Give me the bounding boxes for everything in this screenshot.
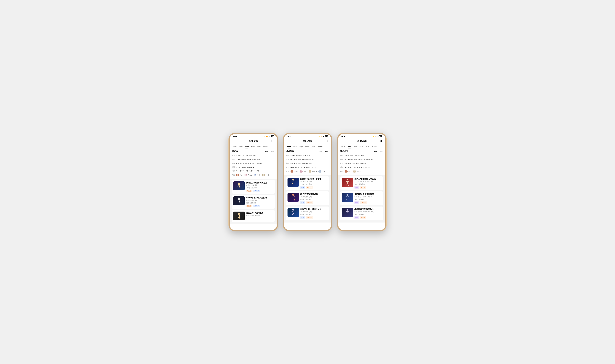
course-card[interactable]: 30分钟中级法特莱克变速30分钟·中级·减脂皓皓 · 跑步课程变速跑247千卡 <box>232 195 275 209</box>
trainer-Vivian[interactable]: Vivian <box>290 170 298 173</box>
filter-tag-臀部...[interactable]: 臀部... <box>309 162 313 165</box>
course-card[interactable]: 激活全身·零基础入门瑜伽30分钟·零基础·身体线条塑造倩倩 · 瑜伽课程瑜伽80… <box>340 176 383 190</box>
trainer-Suki[interactable]: Suki <box>262 173 269 177</box>
trainer-倩倩[interactable]: 倩倩 <box>345 170 352 173</box>
filter-tag-塑形[interactable]: 塑形 <box>294 158 297 161</box>
category-tab-快走[interactable]: 快走 <box>304 144 310 149</box>
category-tab-单车[interactable]: 单车 <box>364 144 371 149</box>
filter-tag-初级[interactable]: 初级 <box>241 154 244 157</box>
filter-tag-晚间放松助眠[interactable]: 晚间放松助眠 <box>354 158 363 161</box>
trainer-Emma[interactable]: Emma <box>308 170 317 173</box>
filter-tag-20分钟[interactable]: 20分钟 <box>243 169 248 172</box>
category-tab-健身[interactable]: 健身 <box>232 144 238 149</box>
filter-tag-20分钟[interactable]: 20分钟 <box>297 166 302 169</box>
filter-tag-身体线条塑造[interactable]: 身体线条塑造 <box>345 158 354 161</box>
filter-tag->...[interactable]: >... <box>368 166 370 169</box>
filter-tag-30分钟[interactable]: 30分钟 <box>254 169 259 172</box>
filter-tag-25分钟[interactable]: 25分钟 <box>303 166 308 169</box>
trainer-Alex[interactable]: Alex <box>236 173 243 177</box>
trainer-悦悦[interactable]: 悦悦 <box>318 170 325 173</box>
filter-tag-背部[interactable]: 背部 <box>290 162 293 165</box>
filter-tag-中级[interactable]: 中级 <box>245 154 248 157</box>
filter-tag-速度提升[interactable]: 速度提升 <box>256 162 263 165</box>
course-card[interactable]: 甩掉拜拜肉·高级手臂塑形30分钟·高级·塑形Happy · 健身课程健身169千… <box>286 176 329 190</box>
course-card[interactable]: 突破平台期·中级突击减脂30分钟·中级·减脂Vivian · 健身课程健身299… <box>286 207 329 220</box>
category-tab-瑜伽[interactable]: 瑜伽 <box>238 144 244 149</box>
filter-tag-30分钟[interactable]: 30分钟 <box>308 166 313 169</box>
filter-tag-<=15分钟[interactable]: <=15分钟 <box>290 166 297 169</box>
filter-tag-新手跑[interactable]: 新手跑 <box>241 158 246 161</box>
filter-tag-腿部[interactable]: 腿部 <box>360 162 363 165</box>
category-tab-健身[interactable]: 健身 <box>340 144 346 149</box>
filter-tag-零基础[interactable]: 零基础 <box>290 154 295 157</box>
filter-tag-25分钟[interactable]: 25分钟 <box>249 169 253 172</box>
trainer-Fiona[interactable]: Fiona <box>244 173 252 177</box>
filter-tag-髋部[interactable]: 髋部 <box>298 162 301 165</box>
filter-tag-<=15分钟[interactable]: <=15分钟 <box>345 166 351 169</box>
sort-latest[interactable]: 最新 <box>319 150 323 153</box>
filter-tag-精英[interactable]: 精英 <box>307 154 310 157</box>
filter-tag-2-3km[interactable]: 2-3km <box>240 166 245 169</box>
sort-hot[interactable]: 最热 <box>378 150 383 153</box>
category-tab-跑步[interactable]: 跑步 <box>352 144 358 149</box>
filter-tag-减脂[interactable]: 减脂 <box>290 158 293 161</box>
filter-tag-25分钟[interactable]: 25分钟 <box>357 166 362 169</box>
category-tab-单车[interactable]: 单车 <box>310 144 316 149</box>
filter-tag-高级[interactable]: 高级 <box>249 154 252 157</box>
course-card[interactable]: 马甲线·初级腰腹燃脂30分钟·初级·减脂Vivian · 健身课程健身199千卡 <box>286 191 329 205</box>
filter-tag-减脂[interactable]: 减脂 <box>236 162 239 165</box>
filter-tag-敏捷提升[interactable]: 敏捷提升 <box>302 158 308 161</box>
filter-tag-呼...[interactable]: 呼... <box>371 158 374 161</box>
filter-tag-<=15分钟[interactable]: <=15分钟 <box>236 169 242 172</box>
search-button[interactable] <box>325 139 329 143</box>
search-button[interactable] <box>379 139 383 143</box>
filter-tag-肩部[interactable]: 肩部 <box>356 162 359 165</box>
filter-tag-30分钟[interactable]: 30分钟 <box>363 166 367 169</box>
filter-tag-<2km[interactable]: <2km <box>236 166 240 169</box>
filter-tag->5km[interactable]: >5km <box>251 166 254 169</box>
filter-tag-中级[interactable]: 中级 <box>354 154 357 157</box>
course-card[interactable]: 体态瑜伽·全身脊柱保养30分钟·初级·情绪压力调节倩倩 · 瑜伽课程瑜伽100千… <box>340 191 383 205</box>
course-card[interactable]: 速度进阶·中级间歇跑30分钟·中级·速度提升 <box>232 210 275 222</box>
category-tab-快走[interactable]: 快走 <box>358 144 364 149</box>
filter-tag-肩部[interactable]: 肩部 <box>302 162 305 165</box>
filter-tag-精英[interactable]: 精英 <box>361 154 364 157</box>
filter-tag-腹部[interactable]: 腹部 <box>294 162 297 165</box>
filter-tag-增肌[interactable]: 增肌 <box>298 158 301 161</box>
filter-tag-塑形跑[interactable]: 塑形跑 <box>252 158 256 161</box>
category-tab-椭圆机[interactable]: 椭圆机 <box>371 144 378 149</box>
filter-tag-体态改善[interactable]: 体态改善 <box>364 158 370 161</box>
filter-tag-初级[interactable]: 初级 <box>350 154 353 157</box>
category-tab-健身[interactable]: 健身 <box>286 144 292 149</box>
filter-tag-初级[interactable]: 初级 <box>295 154 299 157</box>
trainer-Yoyo[interactable]: Yoyo <box>300 170 307 173</box>
category-tab-快走[interactable]: 快走 <box>250 144 256 149</box>
filter-tag-腿部[interactable]: 腿部 <box>306 162 308 165</box>
course-card[interactable]: 缓解腰背疲劳·晚间放松25分钟·零基础·晚间放松助眠倩倩 · 瑜伽课程瑜伽50千… <box>340 207 383 220</box>
category-tab-瑜伽[interactable]: 瑜伽 <box>292 144 298 149</box>
filter-tag-运动能力提升[interactable]: 运动能力提升 <box>240 162 249 165</box>
filter-tag-20分钟[interactable]: 20分钟 <box>352 166 356 169</box>
trainer-小豪[interactable]: 小豪 <box>253 173 260 177</box>
filter-tag-零基础[interactable]: 零基础 <box>236 154 241 157</box>
filter-tag-背部[interactable]: 背部 <box>345 162 348 165</box>
course-card[interactable]: 轻松减脂·分段耐力燃脂跑30分钟·初级·减脂Happy · 跑步课程跑走跑240… <box>232 180 275 194</box>
sort-hot[interactable]: 最热 <box>270 150 275 153</box>
filter-tag-中级[interactable]: 中级 <box>299 154 302 157</box>
filter-tag-运动能力...[interactable]: 运动能力... <box>308 158 316 161</box>
trainer-Emma[interactable]: Emma <box>353 170 362 173</box>
filter-tag->...[interactable]: >... <box>314 166 316 169</box>
sort-latest[interactable]: 最新 <box>373 150 377 153</box>
category-tab-瑜伽[interactable]: 瑜伽 <box>346 144 352 149</box>
category-tab-跑步[interactable]: 跑步 <box>244 144 250 149</box>
sort-latest[interactable]: 最新 <box>264 150 269 153</box>
filter-tag-耐力提升[interactable]: 耐力提升 <box>250 162 256 165</box>
filter-tag-跑走跑[interactable]: 跑走跑 <box>247 158 251 161</box>
filter-tag-高级[interactable]: 高级 <box>357 154 360 157</box>
category-tab-单车[interactable]: 单车 <box>256 144 262 149</box>
category-tab-跑步[interactable]: 跑步 <box>298 144 304 149</box>
filter-tag-零基础[interactable]: 零基础 <box>345 154 349 157</box>
filter-tag-精英[interactable]: 精英 <box>253 154 256 157</box>
sort-hot[interactable]: 最热 <box>324 150 329 153</box>
filter-tag-高级[interactable]: 高级 <box>303 154 306 157</box>
